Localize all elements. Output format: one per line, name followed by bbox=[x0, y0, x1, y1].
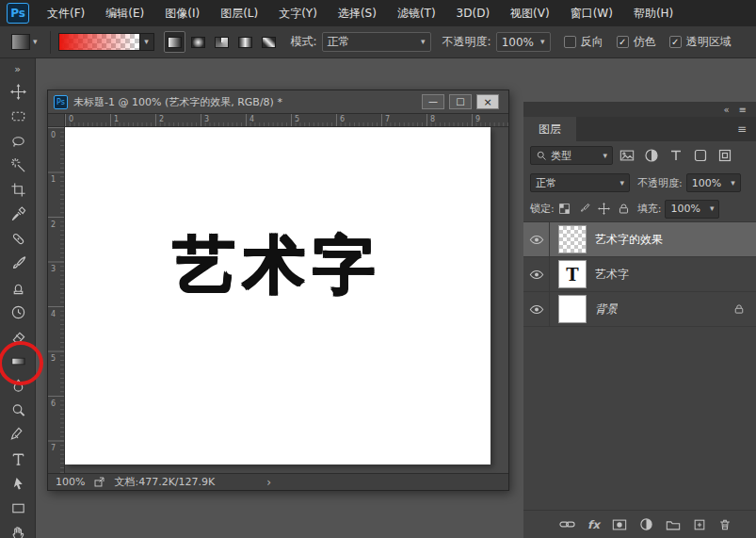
layer-lock-row: 锁定: 填充: 100% ▾ bbox=[523, 196, 756, 222]
layer-thumbnail[interactable] bbox=[558, 295, 587, 323]
menu-layer[interactable]: 图层(L) bbox=[210, 0, 268, 26]
history-brush-tool[interactable] bbox=[0, 300, 36, 324]
magic-wand-tool[interactable] bbox=[0, 153, 36, 177]
visibility-toggle[interactable] bbox=[523, 222, 550, 257]
menu-type[interactable]: 文字(Y) bbox=[268, 0, 328, 26]
document-title-bar[interactable]: Ps 未标题-1 @ 100% (艺术字的效果, RGB/8) * — □ × bbox=[48, 90, 508, 114]
share-icon[interactable] bbox=[93, 476, 105, 488]
menu-select[interactable]: 选择(S) bbox=[328, 0, 387, 26]
menu-window[interactable]: 窗口(W) bbox=[560, 0, 623, 26]
eraser-tool[interactable] bbox=[0, 324, 36, 349]
layer-row-background[interactable]: 背景 bbox=[523, 292, 756, 327]
canvas[interactable]: 艺术字 bbox=[65, 127, 491, 465]
eyedropper-tool[interactable] bbox=[0, 202, 36, 226]
spot-healing-brush-tool[interactable] bbox=[0, 226, 36, 251]
layer-opacity-dropdown[interactable]: 100% ▾ bbox=[686, 173, 741, 192]
visibility-toggle[interactable] bbox=[523, 292, 550, 327]
shape-layer-filter-icon[interactable] bbox=[693, 148, 708, 163]
vertical-ruler[interactable]: 0 1 2 3 4 5 6 7 bbox=[48, 127, 65, 473]
reflected-gradient-button[interactable] bbox=[234, 31, 256, 53]
layer-row-text[interactable]: T 艺术字 bbox=[523, 257, 756, 292]
minimize-button[interactable]: — bbox=[422, 94, 444, 109]
menu-edit[interactable]: 编辑(E) bbox=[95, 0, 154, 26]
ruler-number: 1 bbox=[51, 175, 56, 184]
panel-menu-icon[interactable]: ≡ bbox=[739, 105, 747, 115]
rectangle-tool[interactable] bbox=[0, 496, 36, 520]
lock-image-pixels-icon[interactable] bbox=[578, 203, 590, 215]
dodge-tool[interactable] bbox=[0, 398, 36, 422]
blur-tool[interactable] bbox=[0, 373, 36, 398]
menu-3d[interactable]: 3D(D) bbox=[446, 0, 500, 26]
reverse-label: 反向 bbox=[581, 34, 603, 50]
delete-layer-trash-icon[interactable] bbox=[718, 518, 732, 531]
clone-stamp-tool[interactable] bbox=[0, 275, 36, 300]
canvas-scroll-area[interactable]: 艺术字 bbox=[65, 127, 508, 473]
dither-checkbox[interactable]: ✓ 仿色 bbox=[617, 34, 656, 50]
collapse-panels-icon[interactable]: « bbox=[723, 105, 729, 115]
new-group-folder-icon[interactable] bbox=[666, 518, 681, 531]
opacity-dropdown[interactable]: 100% ▾ bbox=[496, 32, 551, 52]
zoom-level[interactable]: 100% bbox=[56, 476, 85, 488]
visibility-toggle[interactable] bbox=[523, 257, 550, 292]
link-layers-icon[interactable] bbox=[559, 518, 575, 530]
path-selection-tool[interactable] bbox=[0, 471, 36, 496]
gradient-tool[interactable] bbox=[0, 349, 36, 373]
tool-preset-picker[interactable]: ▾ bbox=[7, 31, 42, 53]
hand-tool[interactable] bbox=[0, 520, 36, 538]
menu-file[interactable]: 文件(F) bbox=[37, 0, 95, 26]
type-layer-filter-icon[interactable] bbox=[668, 148, 684, 163]
crop-tool[interactable] bbox=[0, 177, 36, 202]
gradient-picker-arrow[interactable]: ▾ bbox=[139, 34, 153, 50]
panel-menu-icon[interactable]: ≡ bbox=[728, 122, 756, 136]
gradient-picker[interactable]: ▾ bbox=[58, 33, 154, 51]
rectangular-marquee-tool[interactable] bbox=[0, 104, 36, 128]
layer-row-effect[interactable]: 艺术字的效果 bbox=[523, 222, 756, 257]
close-button[interactable]: × bbox=[476, 94, 499, 109]
transparency-checkbox[interactable]: ✓ 透明区域 bbox=[669, 34, 732, 50]
menu-filter[interactable]: 滤镜(T) bbox=[387, 0, 446, 26]
maximize-button[interactable]: □ bbox=[449, 94, 472, 109]
layer-name[interactable]: 背景 bbox=[595, 302, 618, 318]
menu-help[interactable]: 帮助(H) bbox=[623, 0, 684, 26]
smart-object-filter-icon[interactable] bbox=[717, 148, 732, 163]
layer-style-fx-icon[interactable]: fx bbox=[587, 518, 600, 531]
lock-position-icon[interactable] bbox=[598, 203, 610, 215]
adjustment-layer-filter-icon[interactable] bbox=[644, 148, 659, 163]
brush-tool[interactable] bbox=[0, 251, 36, 275]
layer-blend-mode-dropdown[interactable]: 正常 ▾ bbox=[530, 173, 630, 192]
status-chevron-icon[interactable]: › bbox=[266, 476, 271, 489]
menu-image[interactable]: 图像(I) bbox=[154, 0, 210, 26]
diamond-gradient-button[interactable] bbox=[258, 31, 280, 53]
lasso-tool[interactable] bbox=[0, 128, 36, 153]
type-tool[interactable] bbox=[0, 447, 36, 471]
radial-gradient-button[interactable] bbox=[187, 31, 209, 53]
new-layer-icon[interactable] bbox=[693, 518, 706, 531]
toolbar-collapse-icon[interactable]: » bbox=[0, 58, 35, 79]
pen-tool[interactable] bbox=[0, 422, 36, 447]
gradient-preview[interactable] bbox=[59, 34, 139, 50]
blend-mode-dropdown[interactable]: 正常 ▾ bbox=[322, 32, 431, 52]
layer-thumbnail[interactable] bbox=[558, 225, 587, 253]
adjustment-layer-icon[interactable] bbox=[639, 517, 653, 531]
layer-filter-icons bbox=[619, 148, 732, 163]
radial-gradient-icon bbox=[191, 37, 205, 48]
menu-view[interactable]: 视图(V) bbox=[500, 0, 560, 26]
add-layer-mask-icon[interactable] bbox=[612, 518, 627, 531]
layer-filter-type-dropdown[interactable]: 类型 ▾ bbox=[530, 146, 613, 165]
angle-gradient-button[interactable] bbox=[211, 31, 233, 53]
move-tool[interactable] bbox=[0, 79, 36, 104]
pixel-layer-filter-icon[interactable] bbox=[619, 148, 635, 163]
layer-name[interactable]: 艺术字的效果 bbox=[595, 232, 663, 248]
layer-name[interactable]: 艺术字 bbox=[595, 267, 629, 283]
checkbox-unchecked-icon bbox=[564, 36, 576, 48]
lock-transparent-pixels-icon[interactable] bbox=[558, 203, 571, 215]
ruler-number: 6 bbox=[340, 115, 345, 123]
reverse-checkbox[interactable]: 反向 bbox=[564, 34, 603, 50]
type-thumbnail-letter: T bbox=[566, 265, 578, 285]
layer-fill-dropdown[interactable]: 100% ▾ bbox=[665, 200, 719, 219]
horizontal-ruler[interactable]: 0 1 2 3 4 5 6 7 8 9 bbox=[65, 114, 508, 127]
linear-gradient-button[interactable] bbox=[164, 31, 185, 53]
tab-layers[interactable]: 图层 bbox=[523, 117, 576, 141]
lock-all-icon[interactable] bbox=[618, 203, 630, 215]
layer-thumbnail-type[interactable]: T bbox=[558, 260, 587, 288]
